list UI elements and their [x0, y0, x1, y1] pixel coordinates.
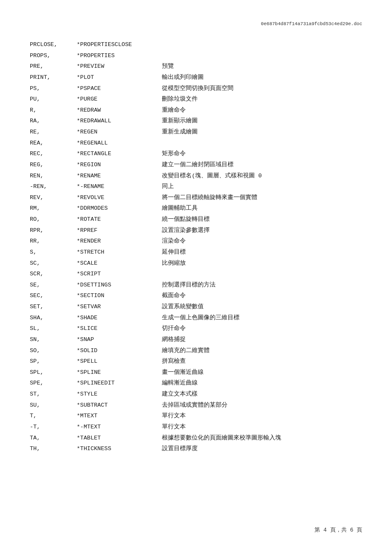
desc-cell: 根據想要數位化的頁面繪圖來校準圖形輸入塊: [162, 433, 362, 444]
desc-cell: 同上: [162, 181, 362, 192]
desc-cell: 刪除垃圾文件: [162, 94, 362, 105]
abbr-cell: SP,: [30, 356, 77, 367]
abbr-cell: TH,: [30, 443, 77, 454]
abbr-cell: RO,: [30, 214, 77, 225]
cmd-cell: *PROPERTIES: [77, 50, 162, 61]
desc-cell: 控制選擇目標的方法: [162, 280, 362, 291]
desc-cell: 從模型空間切換到頁面空間: [162, 83, 362, 94]
abbr-cell: REA,: [30, 138, 77, 149]
cmd-cell: *SCALE: [77, 258, 162, 269]
abbr-cell: RE,: [30, 127, 77, 138]
cmd-cell: *SETVAR: [77, 301, 162, 312]
abbr-cell: SE,: [30, 280, 77, 291]
desc-cell: 重新生成繪圖: [162, 127, 362, 138]
desc-cell: [162, 50, 362, 61]
cmd-cell: *PREVIEW: [77, 61, 162, 72]
desc-cell: 矩形命令: [162, 148, 362, 159]
table-row: TA,*TABLET根據想要數位化的頁面繪圖來校準圖形輸入塊: [30, 433, 362, 444]
table-row: SEC,*SECTION截面命令: [30, 290, 362, 301]
table-row: PRCLOSE,*PROPERTIESCLOSE: [30, 39, 362, 50]
cmd-cell: *REGEN: [77, 127, 162, 138]
table-row: RO,*ROTATE繞一個點旋轉目標: [30, 214, 362, 225]
cmd-cell: *ROTATE: [77, 214, 162, 225]
abbr-cell: SET,: [30, 301, 77, 312]
cmd-cell: *SHADE: [77, 312, 162, 324]
table-row: REC,*RECTANGLE矩形命令: [30, 148, 362, 159]
desc-cell: 單行文本: [162, 422, 362, 433]
desc-cell: [162, 39, 362, 50]
cmd-cell: *DSETTINGS: [77, 280, 162, 291]
table-row: SHA,*SHADE生成一個上色圖像的三維目標: [30, 312, 362, 324]
table-row: SP,*SPELL拼寫檢查: [30, 356, 362, 367]
abbr-cell: ST,: [30, 389, 77, 400]
abbr-cell: PS,: [30, 83, 77, 94]
abbr-cell: REN,: [30, 171, 77, 182]
abbr-cell: SU,: [30, 400, 77, 411]
table-row: SU,*SUBTRACT去掉區域或實體的某部分: [30, 400, 362, 411]
cmd-cell: *STYLE: [77, 389, 162, 400]
abbr-cell: PROPS,: [30, 50, 77, 61]
table-row: TH,*THICKNESS設置目標厚度: [30, 443, 362, 454]
abbr-cell: -T,: [30, 422, 77, 433]
abbr-cell: TA,: [30, 433, 77, 444]
table-row: RE,*REGEN重新生成繪圖: [30, 127, 362, 138]
cmd-cell: *RENAME: [77, 171, 162, 182]
desc-cell: 將一個二目標繞軸旋轉來畫一個實體: [162, 192, 362, 203]
cmd-cell: *MTEXT: [77, 410, 162, 422]
table-row: PU,*PURGE刪除垃圾文件: [30, 94, 362, 105]
table-row: REV,*REVOLVE將一個二目標繞軸旋轉來畫一個實體: [30, 192, 362, 203]
cmd-cell: *REDRAWALL: [77, 116, 162, 127]
cmd-cell: *TABLET: [77, 433, 162, 444]
table-row: REN,*RENAME改變目標名(塊、圖層、式樣和視圖 0: [30, 171, 362, 182]
table-row: PRE,*PREVIEW預覽: [30, 61, 362, 72]
abbr-cell: RPR,: [30, 225, 77, 236]
abbr-cell: REG,: [30, 159, 77, 171]
abbr-cell: PRCLOSE,: [30, 39, 77, 50]
cmd-cell: *SPLINE: [77, 367, 162, 378]
abbr-cell: SL,: [30, 323, 77, 334]
cmd-cell: *SNAP: [77, 334, 162, 345]
table-row: SPL,*SPLINE畫一個漸近曲線: [30, 367, 362, 378]
desc-cell: 重繪命令: [162, 105, 362, 116]
table-row: RR,*RENDER渲染命令: [30, 236, 362, 247]
table-row: SL,*SLICE切扞命令: [30, 323, 362, 334]
table-row: SE,*DSETTINGS控制選擇目標的方法: [30, 280, 362, 291]
cmd-cell: *REGION: [77, 159, 162, 171]
table-row: T,*MTEXT單行文本: [30, 410, 362, 422]
cmd-cell: *SOLID: [77, 345, 162, 356]
abbr-cell: PU,: [30, 94, 77, 105]
table-row: PROPS,*PROPERTIES: [30, 50, 362, 61]
filename-header: 0e687b4d87f14a731a9fcbd53c4ed29e.doc: [30, 21, 362, 26]
page-footer: 第 4 頁，共 6 頁: [314, 526, 362, 534]
desc-cell: 繞一個點旋轉目標: [162, 214, 362, 225]
desc-cell: 拼寫檢查: [162, 356, 362, 367]
abbr-cell: REC,: [30, 148, 77, 159]
desc-cell: 建立文本式樣: [162, 389, 362, 400]
table-row: SO,*SOLID繪填充的二維實體: [30, 345, 362, 356]
desc-cell: [162, 269, 362, 280]
table-row: PS,*PSPACE從模型空間切換到頁面空間: [30, 83, 362, 94]
cmd-cell: *REVOLVE: [77, 192, 162, 203]
desc-cell: 截面命令: [162, 290, 362, 301]
table-row: SC,*SCALE比例縮放: [30, 258, 362, 269]
desc-cell: 去掉區域或實體的某部分: [162, 400, 362, 411]
desc-cell: 延伸目標: [162, 247, 362, 258]
desc-cell: 比例縮放: [162, 258, 362, 269]
table-row: ST,*STYLE建立文本式樣: [30, 389, 362, 400]
abbr-cell: SPE,: [30, 378, 77, 389]
desc-cell: 渲染命令: [162, 236, 362, 247]
cmd-cell: *DDRMODES: [77, 203, 162, 214]
desc-cell: 編輯漸近曲線: [162, 378, 362, 389]
cmd-cell: *PROPERTIESCLOSE: [77, 39, 162, 50]
cmd-cell: *SECTION: [77, 290, 162, 301]
cmd-cell: *SUBTRACT: [77, 400, 162, 411]
table-row: REA,*REGENALL: [30, 138, 362, 149]
desc-cell: 設置渲染參數選擇: [162, 225, 362, 236]
cmd-cell: *-RENAME: [77, 181, 162, 192]
abbr-cell: SC,: [30, 258, 77, 269]
abbr-cell: RR,: [30, 236, 77, 247]
abbr-cell: PRINT,: [30, 72, 77, 83]
abbr-cell: R,: [30, 105, 77, 116]
cmd-cell: *SCRIPT: [77, 269, 162, 280]
table-row: R,*REDRAW重繪命令: [30, 105, 362, 116]
